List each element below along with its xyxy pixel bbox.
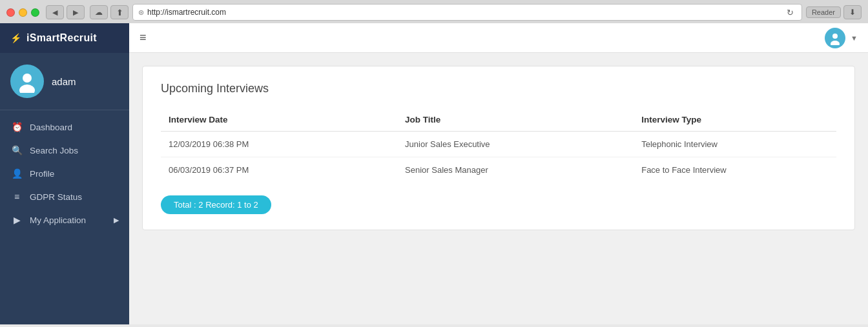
table-body: 12/03/2019 06:38 PM Junior Sales Executi… — [161, 132, 836, 183]
row-job-title: Senior Sales Manager — [397, 157, 634, 183]
username: adam — [52, 76, 76, 87]
download-button[interactable]: ⬇ — [843, 5, 862, 19]
refresh-button[interactable]: ↻ — [787, 8, 794, 17]
chevron-down-icon: ▼ — [851, 34, 858, 42]
sidebar-item-gdpr-status[interactable]: ≡ GDPR Status — [0, 185, 129, 208]
back-button[interactable]: ◀ — [46, 5, 64, 19]
nav-buttons: ◀ ▶ — [46, 5, 85, 19]
sidebar: ⚡ iSmartRecruit adam ⏰ — [0, 23, 129, 324]
sidebar-item-dashboard[interactable]: ⏰ Dashboard — [0, 115, 129, 139]
row-interview-type: Face to Face Interview — [634, 157, 836, 183]
gdpr-icon: ≡ — [10, 192, 23, 202]
dashboard-icon: ⏰ — [10, 122, 23, 132]
cloud-button[interactable]: ☁ — [90, 5, 108, 19]
sidebar-item-search-jobs[interactable]: 🔍 Search Jobs — [0, 139, 129, 162]
app-layout: ⚡ iSmartRecruit adam ⏰ — [0, 23, 868, 324]
address-input[interactable] — [147, 8, 787, 17]
row-date: 12/03/2019 06:38 PM — [161, 132, 397, 157]
brand-name: iSmartRecruit — [26, 32, 97, 44]
address-icon: ⊛ — [138, 8, 144, 17]
topbar-avatar[interactable] — [825, 28, 845, 48]
table-row: 06/03/2019 06:37 PM Senior Sales Manager… — [161, 157, 836, 183]
sidebar-header: ⚡ iSmartRecruit — [0, 23, 129, 53]
sidebar-item-label: My Application — [30, 215, 86, 225]
avatar — [10, 64, 44, 98]
sidebar-item-label: Search Jobs — [30, 146, 78, 155]
interviews-table: Interview Date Job Title Interview Type … — [161, 108, 836, 183]
search-icon: 🔍 — [10, 145, 23, 155]
forward-button[interactable]: ▶ — [67, 5, 85, 19]
share-button[interactable]: ⬆ — [110, 5, 129, 19]
logo-icon: ⚡ — [10, 33, 21, 43]
section-title: Upcoming Interviews — [161, 82, 836, 95]
main-topbar: ≡ ▼ — [129, 23, 868, 53]
main-content: ≡ ▼ Upcoming Interviews — [129, 23, 868, 324]
pagination-badge[interactable]: Total : 2 Record: 1 to 2 — [161, 195, 271, 214]
sidebar-item-label: Profile — [30, 169, 54, 179]
minimize-button[interactable] — [19, 8, 27, 17]
close-button[interactable] — [6, 8, 15, 17]
maximize-button[interactable] — [31, 8, 39, 17]
col-header-type: Interview Type — [634, 108, 836, 132]
user-section: adam — [0, 53, 129, 110]
sidebar-item-my-application[interactable]: ▶ My Application ▶ — [0, 208, 129, 232]
col-header-date: Interview Date — [161, 108, 397, 132]
main-body: Upcoming Interviews Interview Date Job T… — [129, 53, 868, 324]
svg-point-1 — [23, 74, 32, 83]
col-header-title: Job Title — [397, 108, 634, 132]
application-icon: ▶ — [10, 215, 23, 225]
sidebar-nav: ⏰ Dashboard 🔍 Search Jobs 👤 Profile ≡ GD… — [0, 110, 129, 324]
row-interview-type: Telephonic Interview — [634, 132, 836, 157]
browser-chrome: ◀ ▶ ☁ ⬆ ⊛ ↻ Reader ⬇ ⚡ iSmartRecruit — [0, 0, 868, 324]
address-bar-container: ⊛ ↻ — [132, 4, 802, 21]
svg-point-4 — [832, 34, 838, 39]
hamburger-icon[interactable]: ≡ — [140, 31, 147, 45]
table-row: 12/03/2019 06:38 PM Junior Sales Executi… — [161, 132, 836, 157]
sidebar-item-label: Dashboard — [30, 123, 72, 132]
sidebar-item-profile[interactable]: 👤 Profile — [0, 162, 129, 185]
table-header: Interview Date Job Title Interview Type — [161, 108, 836, 132]
topbar-right: ▼ — [825, 28, 858, 48]
window-buttons — [6, 8, 39, 17]
row-date: 06/03/2019 06:37 PM — [161, 157, 397, 183]
browser-titlebar: ◀ ▶ ☁ ⬆ ⊛ ↻ Reader ⬇ — [0, 0, 868, 23]
row-job-title: Junior Sales Executive — [397, 132, 634, 157]
reader-button[interactable]: Reader — [806, 6, 841, 18]
chevron-right-icon: ▶ — [114, 216, 119, 224]
profile-icon: 👤 — [10, 168, 23, 179]
interviews-card: Upcoming Interviews Interview Date Job T… — [142, 66, 855, 230]
avatar-icon — [10, 64, 44, 98]
sidebar-item-label: GDPR Status — [30, 192, 82, 202]
